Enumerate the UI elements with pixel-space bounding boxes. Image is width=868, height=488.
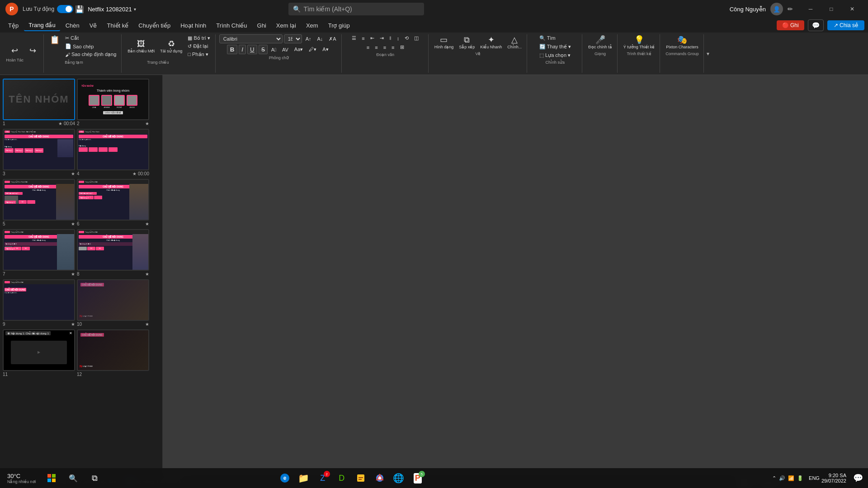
- slide-12-thumb[interactable]: CHỦ ĐỀ NỘI DUNG N LOẠT PHIM: [77, 329, 149, 371]
- slide-9-thumb[interactable]: Trang chủ Phim Mới CHỦ ĐỀ NỘI DUNG Chủ đ…: [3, 279, 75, 321]
- system-tray[interactable]: ⌃ 🔊 📶 🔋: [769, 475, 807, 481]
- style-button[interactable]: ✦Kiểu Nhanh: [478, 34, 504, 51]
- select-button[interactable]: ⬚ Lựa chọn ▾: [537, 52, 573, 59]
- search-box[interactable]: 🔍 Tìm kiếm (Alt+Q): [288, 3, 424, 15]
- font-family-select[interactable]: Calibri: [219, 34, 283, 43]
- pen-icon[interactable]: ✏: [788, 5, 793, 13]
- arrange-button[interactable]: ⧉Sắp xếp: [457, 34, 477, 51]
- taskbar-explorer[interactable]: 📁: [295, 469, 313, 487]
- menu-trang-dau[interactable]: Trang đầu: [24, 20, 60, 31]
- filename-chevron[interactable]: ▾: [134, 7, 136, 12]
- taskbar-chrome-alt[interactable]: 🌐: [390, 469, 408, 487]
- menu-chuyen-tiep[interactable]: Chuyển tiếp: [134, 20, 175, 31]
- change-case-button[interactable]: Aa▾: [292, 46, 305, 53]
- shadow-button[interactable]: A⃞: [269, 46, 278, 53]
- menu-ghi[interactable]: Ghi: [253, 20, 271, 31]
- expand-ribbon-button[interactable]: ▾: [705, 34, 709, 73]
- edit-shape-button[interactable]: △Chỉnh...: [505, 34, 524, 51]
- redo-button[interactable]: ↪: [24, 45, 41, 56]
- slide-10-thumb[interactable]: CHỦ ĐỀ NỘI DUNG N LOẠT PHIM: [77, 279, 149, 321]
- ideas-button[interactable]: 💡Ý tưởng Thiết kế: [621, 34, 657, 51]
- menu-tro-giup[interactable]: Trợ giúp: [324, 20, 354, 31]
- menu-tep[interactable]: Tệp: [4, 20, 23, 31]
- slide-2-thumb[interactable]: TÊN NHÓM Thành viên trong nhóm LISA JENN…: [77, 79, 149, 120]
- copy-button[interactable]: 📄Sao chép: [63, 42, 118, 50]
- menu-ve[interactable]: Vẽ: [85, 20, 102, 31]
- taskbar-zoom[interactable]: Z 2: [314, 469, 332, 487]
- increase-font-button[interactable]: A↑: [303, 35, 314, 42]
- menu-xem-lai[interactable]: Xem lại: [272, 20, 301, 31]
- reuse-slides-button[interactable]: ♻Tái sử dụng: [158, 34, 184, 58]
- shape-button[interactable]: ▭Hình dạng: [432, 34, 456, 51]
- minimize-button[interactable]: ─: [800, 2, 821, 16]
- slide-5-thumb[interactable]: Trang chủ Phim.Thành Mới CHỦ ĐỀ NỘI DUNG…: [3, 179, 75, 221]
- cut-button[interactable]: ✂Cắt: [63, 34, 118, 42]
- taskbar-duolingo[interactable]: D: [333, 469, 351, 487]
- menu-hoat-hinh[interactable]: Hoạt hình: [176, 20, 211, 31]
- layout-button[interactable]: ▦ Bố trí ▾: [185, 34, 212, 42]
- italic-button[interactable]: I: [239, 45, 246, 54]
- close-button[interactable]: ✕: [842, 2, 863, 16]
- save-button[interactable]: 💾: [75, 5, 84, 14]
- auto-save-toggle[interactable]: [57, 5, 73, 13]
- align-center-button[interactable]: ≡: [373, 44, 380, 51]
- pixton-button[interactable]: 🎭 Pixton Characters: [664, 34, 701, 51]
- taskbar-chrome[interactable]: [371, 469, 389, 487]
- comment-button[interactable]: 💬: [808, 19, 824, 31]
- language-indicator-taskbar[interactable]: ENG: [809, 475, 820, 481]
- menu-trinh-chieu[interactable]: Trình Chiếu: [212, 20, 251, 31]
- slide-1-thumb[interactable]: TÊN NHÓM: [3, 79, 75, 120]
- justify-button[interactable]: ≡: [389, 44, 396, 51]
- clear-format-button[interactable]: ✗A: [326, 35, 338, 43]
- numbering-button[interactable]: ≡: [359, 35, 367, 42]
- char-spacing-button[interactable]: AV: [280, 46, 291, 53]
- menu-thiet-ke[interactable]: Thiết kế: [102, 20, 133, 31]
- notification-button[interactable]: 💬: [852, 468, 864, 488]
- taskbar-files[interactable]: [352, 469, 370, 487]
- new-slide-button[interactable]: 🖼Bản chiếu Mới: [125, 34, 157, 58]
- strikethrough-button[interactable]: S̶: [259, 45, 268, 54]
- format-paint-button[interactable]: 🖌Sao chép định dạng: [63, 51, 118, 58]
- start-button[interactable]: [42, 468, 61, 488]
- taskbar-powerpoint[interactable]: P 5: [409, 469, 427, 487]
- font-size-select[interactable]: 18: [284, 34, 302, 43]
- bullets-button[interactable]: ☰: [349, 34, 359, 42]
- slide-11-thumb[interactable]: 🖥 Nội dung 1: Chủ đề nội dung 1 ✕ ▶: [3, 329, 75, 371]
- line-spacing-button[interactable]: ↕: [395, 35, 402, 42]
- task-view-button[interactable]: ⧉: [85, 468, 105, 488]
- datetime-widget[interactable]: 9:20 SA 29/07/2022: [821, 473, 850, 483]
- restore-button[interactable]: □: [821, 2, 842, 16]
- slide-4-thumb[interactable]: TÊN Trang chủ Phim Thành CHỦ ĐỀ NỘI DUNG…: [77, 129, 149, 170]
- align-left-button[interactable]: ≡: [364, 44, 372, 51]
- align-right-button[interactable]: ≡: [381, 44, 388, 51]
- dictate-button[interactable]: 🎤Đọc chính tả: [586, 34, 614, 51]
- slide-6-thumb[interactable]: Trang chủ Phim Mới CHỦ ĐỀ NỘI DUNG Chủ đ…: [77, 179, 149, 221]
- columns-button[interactable]: ⫴: [387, 34, 394, 42]
- replace-button[interactable]: 🔄 Thay thế ▾: [537, 43, 573, 51]
- taskbar-search-button[interactable]: 🔍: [63, 468, 83, 488]
- reset-button[interactable]: ↺ Đặt lại: [185, 42, 212, 50]
- slide-8-thumb[interactable]: Trang chủ Phim Mới CHỦ ĐỀ NỘI DUNG Chủ đ…: [77, 229, 149, 271]
- bold-button[interactable]: B: [227, 45, 238, 54]
- menu-xem[interactable]: Xem: [302, 20, 323, 31]
- undo-button[interactable]: ↩: [6, 45, 23, 56]
- menu-chen[interactable]: Chèn: [61, 20, 84, 31]
- slide-7-thumb[interactable]: Trang chủ Phim Mới CHỦ ĐỀ NỘI DUNG Chủ đ…: [3, 229, 75, 271]
- share-button[interactable]: ↗ Chia sẻ: [827, 20, 864, 30]
- weather-widget[interactable]: 30°C Nắng nhiều nơi: [4, 472, 40, 485]
- text-direction-button[interactable]: ⟲: [402, 34, 411, 42]
- underline-button[interactable]: U: [247, 45, 257, 54]
- find-button[interactable]: 🔍 Tìm: [537, 34, 573, 42]
- decrease-indent-button[interactable]: ⇤: [368, 34, 377, 42]
- font-color-button[interactable]: A▾: [320, 46, 330, 53]
- paste-button[interactable]: 📋: [47, 34, 62, 45]
- highlight-button[interactable]: 🖊▾: [307, 46, 319, 53]
- decrease-font-button[interactable]: A↓: [315, 35, 326, 42]
- section-button[interactable]: □ Phần ▾: [185, 51, 212, 58]
- smartart-button[interactable]: ◫: [412, 34, 421, 42]
- slide-3-thumb[interactable]: TÊN Trang chủ Phim Thành Mới & Phổ biến …: [3, 129, 75, 170]
- record-button[interactable]: 🔴 Ghi: [777, 20, 804, 30]
- taskbar-edge-browser[interactable]: e: [276, 469, 294, 487]
- avatar[interactable]: 👤: [770, 3, 783, 15]
- align-col-button[interactable]: ⊞: [398, 43, 406, 51]
